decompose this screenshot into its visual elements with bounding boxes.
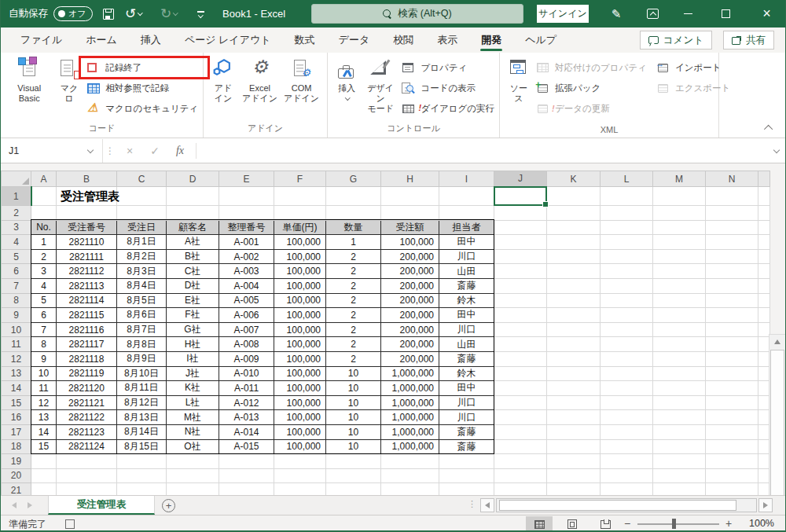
cell-H4[interactable]: 100,000 xyxy=(381,235,439,250)
cell-D8[interactable]: E社 xyxy=(167,293,219,308)
cell-K1[interactable] xyxy=(547,187,601,206)
cell-I21[interactable] xyxy=(439,483,494,495)
row-header-3[interactable]: 3 xyxy=(2,220,31,235)
cell-H9[interactable]: 200,000 xyxy=(381,308,439,323)
ribbon-tab-2[interactable]: 挿入 xyxy=(129,28,173,53)
cell-L14[interactable] xyxy=(601,381,653,396)
name-box[interactable]: J1 xyxy=(1,139,103,163)
cell-M17[interactable] xyxy=(653,424,706,439)
cell-J10[interactable] xyxy=(494,322,547,337)
zoom-slider-track[interactable] xyxy=(637,523,719,525)
cell-M1[interactable] xyxy=(653,187,706,206)
cell-D14[interactable]: K社 xyxy=(167,381,219,396)
cell-B10[interactable]: 2821116 xyxy=(57,322,117,337)
share-button[interactable]: 共有 xyxy=(723,31,774,50)
previous-sheet-button[interactable] xyxy=(12,502,17,508)
cell-B7[interactable]: 2821113 xyxy=(57,278,117,293)
cell-I16[interactable]: 川口 xyxy=(439,410,494,425)
cell-D12[interactable]: I社 xyxy=(167,351,219,366)
cell-A6[interactable]: 3 xyxy=(31,264,57,279)
ribbon-tab-6[interactable]: 校閲 xyxy=(381,28,425,53)
cell-E11[interactable]: A-008 xyxy=(219,337,274,352)
column-header-H[interactable]: H xyxy=(381,171,439,187)
cancel-entry-button[interactable]: × xyxy=(117,145,142,157)
cell-L7[interactable] xyxy=(601,278,653,293)
excel-add-ins-button[interactable]: Excel アドイン xyxy=(239,56,281,122)
cell-I7[interactable]: 斎藤 xyxy=(439,278,494,293)
cell-M13[interactable] xyxy=(653,366,706,381)
cell-B15[interactable]: 2821121 xyxy=(57,395,117,410)
row-header-1[interactable]: 1 xyxy=(2,187,31,206)
cell-G4[interactable]: 1 xyxy=(326,235,381,250)
autosave-toggle[interactable]: 自動保存 オフ xyxy=(9,0,93,28)
cell-N9[interactable] xyxy=(706,308,758,323)
cell-B4[interactable]: 2821110 xyxy=(57,235,117,250)
cell-B16[interactable]: 2821122 xyxy=(57,410,117,425)
insert-function-button[interactable]: fx xyxy=(167,145,193,157)
cell-H18[interactable]: 1,000,000 xyxy=(381,439,439,454)
ribbon-tab-file[interactable]: ファイル xyxy=(9,28,74,53)
cell-K19[interactable] xyxy=(547,454,601,469)
cell-E14[interactable]: A-011 xyxy=(219,381,274,396)
cell-F20[interactable] xyxy=(274,468,326,483)
cell-G13[interactable]: 10 xyxy=(326,366,381,381)
cell-D10[interactable]: G社 xyxy=(167,322,219,337)
cell-A13[interactable]: 10 xyxy=(31,366,57,381)
cell-H7[interactable]: 200,000 xyxy=(381,278,439,293)
cell-D18[interactable]: O社 xyxy=(167,439,219,454)
cell-M21[interactable] xyxy=(653,483,706,495)
vertical-scroll-thumb[interactable] xyxy=(770,350,784,495)
cell-F8[interactable]: 100,000 xyxy=(274,293,326,308)
cell-F7[interactable]: 100,000 xyxy=(274,278,326,293)
row-header-6[interactable]: 6 xyxy=(2,264,31,279)
normal-view-button[interactable] xyxy=(526,516,553,532)
cell-N11[interactable] xyxy=(706,337,758,352)
cell-N21[interactable] xyxy=(706,483,758,495)
cell-L17[interactable] xyxy=(601,424,653,439)
cell-A18[interactable]: 15 xyxy=(31,439,57,454)
cell-H12[interactable]: 200,000 xyxy=(381,351,439,366)
cell-A5[interactable]: 2 xyxy=(31,249,57,264)
cell-A17[interactable]: 14 xyxy=(31,424,57,439)
cell-G16[interactable]: 10 xyxy=(326,410,381,425)
properties-button[interactable]: プロパティ xyxy=(399,57,497,78)
cell-I10[interactable]: 川口 xyxy=(439,322,494,337)
zoom-in-button[interactable]: + xyxy=(725,517,732,530)
cell-E17[interactable]: A-014 xyxy=(219,424,274,439)
redo-button[interactable]: ↻ xyxy=(160,0,178,28)
stop-recording-button[interactable]: 記録終了 xyxy=(84,57,200,78)
cell-E3[interactable]: 整理番号 xyxy=(219,220,274,235)
cell-L13[interactable] xyxy=(601,366,653,381)
column-header-L[interactable]: L xyxy=(601,171,653,187)
cell-G21[interactable] xyxy=(326,483,381,495)
cell-E10[interactable]: A-007 xyxy=(219,322,274,337)
cell-C12[interactable]: 8月9日 xyxy=(117,351,167,366)
ribbon-tab-5[interactable]: データ xyxy=(327,28,382,53)
cell-F9[interactable]: 100,000 xyxy=(274,308,326,323)
cell-M19[interactable] xyxy=(653,454,706,469)
cell-D2[interactable] xyxy=(167,206,219,221)
scroll-up-button[interactable] xyxy=(769,335,785,349)
cell-L11[interactable] xyxy=(601,337,653,352)
column-header-I[interactable]: I xyxy=(439,171,494,187)
cell-J9[interactable] xyxy=(494,308,547,323)
run-dialog-button[interactable]: ダイアログの実行 xyxy=(399,98,497,119)
cell-J19[interactable] xyxy=(494,454,547,469)
vertical-scrollbar[interactable] xyxy=(769,334,785,495)
page-layout-view-button[interactable] xyxy=(559,516,586,532)
cell-M7[interactable] xyxy=(653,278,706,293)
cell-N14[interactable] xyxy=(706,381,758,396)
cell-C14[interactable]: 8月11日 xyxy=(117,381,167,396)
cell-H21[interactable] xyxy=(381,483,439,495)
design-mode-button[interactable]: デザイン モード xyxy=(362,56,399,122)
cell-N8[interactable] xyxy=(706,293,758,308)
cell-D16[interactable]: M社 xyxy=(167,410,219,425)
cell-G9[interactable]: 2 xyxy=(326,308,381,323)
cell-A20[interactable] xyxy=(31,468,57,483)
cell-G2[interactable] xyxy=(326,206,381,221)
cell-F2[interactable] xyxy=(274,206,326,221)
cell-D11[interactable]: H社 xyxy=(167,337,219,352)
cell-K2[interactable] xyxy=(547,206,601,221)
cell-C7[interactable]: 8月4日 xyxy=(117,278,167,293)
cell-E19[interactable] xyxy=(219,454,274,469)
